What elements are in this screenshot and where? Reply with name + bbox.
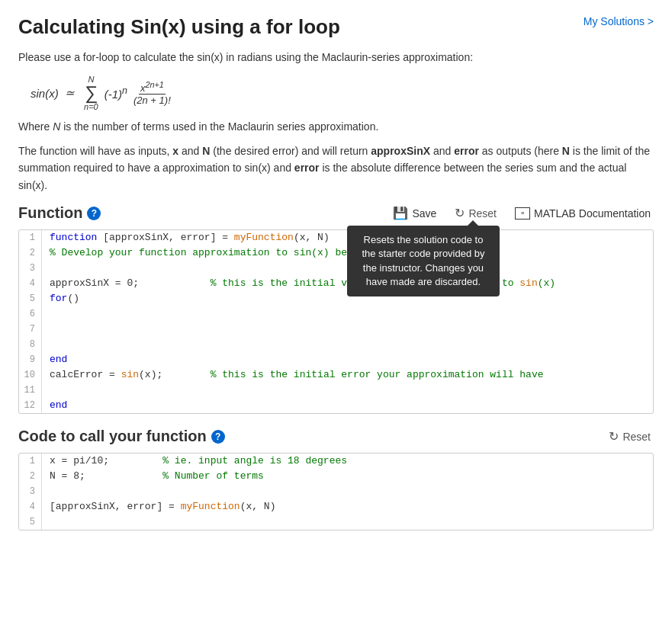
table-row: 1function [approxSinX, error] = myFuncti… (19, 230, 653, 245)
table-row: 6 (19, 306, 653, 322)
line-content (42, 484, 653, 499)
reset-tooltip: Resets the solution code to the starter … (347, 226, 500, 296)
reset-icon: ↻ (455, 206, 465, 220)
function-help-icon[interactable]: ? (87, 207, 101, 220)
table-row: 2N = 8; % Number of terms (19, 469, 653, 484)
formula-fraction: x2n+1 (2n + 1)! (132, 80, 172, 106)
line-content: end (42, 398, 653, 413)
call-reset-button[interactable]: ↻ Reset (606, 428, 654, 445)
table-row: 8 (19, 337, 653, 352)
line-content (42, 322, 653, 337)
call-title-text: Code to call your function (18, 428, 207, 445)
reset-button[interactable]: ↻ Reset (452, 204, 500, 222)
line-content: [approxSinX, error] = myFunction(x, N) (42, 499, 653, 514)
line-number: 1 (19, 454, 42, 469)
line-number: 9 (19, 352, 42, 367)
line-number: 5 (19, 514, 42, 530)
line-number: 3 (19, 261, 42, 276)
line-number: 4 (19, 499, 42, 514)
line-number: 7 (19, 322, 42, 337)
line-number: 3 (19, 484, 42, 499)
line-number: 4 (19, 276, 42, 291)
formula-approx: ≃ (62, 86, 78, 100)
table-row: 12end (19, 398, 653, 413)
intro-description: Please use a for-loop to calculate the s… (18, 50, 654, 66)
matlab-icon: ≡ (515, 207, 530, 220)
sigma-notation: N ∑ n=0 (84, 75, 98, 111)
save-icon: 💾 (393, 206, 408, 220)
table-row: 4[approxSinX, error] = myFunction(x, N) (19, 499, 653, 514)
line-number: 6 (19, 306, 42, 322)
reset-label: Reset (468, 207, 497, 220)
my-solutions-link[interactable]: My Solutions > (584, 15, 654, 27)
function-code-editor[interactable]: 1function [approxSinX, error] = myFuncti… (18, 229, 654, 414)
call-reset-label: Reset (622, 431, 651, 443)
line-content (42, 306, 653, 322)
function-toolbar: 💾 Save ↻ Reset Resets the solution code … (390, 204, 654, 222)
save-button[interactable]: 💾 Save (390, 204, 439, 222)
call-code-editor[interactable]: 1x = pi/10; % ie. input angle is 18 degr… (18, 453, 654, 530)
table-row: 10calcError = sin(x); % this is the init… (19, 367, 653, 383)
formula-sinx: sin(x) (31, 87, 59, 100)
line-content: N = 8; % Number of terms (42, 469, 653, 484)
formula-block: sin(x) ≃ N ∑ n=0 (-1)n x2n+1 (2n + 1)! (31, 75, 654, 111)
table-row: 5for() (19, 291, 653, 306)
page-title: Calculating Sin(x) using a for loop (18, 15, 340, 39)
call-help-icon[interactable]: ? (211, 430, 225, 444)
body-description: The function will have as inputs, x and … (18, 143, 654, 194)
reset-tooltip-container: ↻ Reset Resets the solution code to the … (452, 204, 500, 222)
call-reset-icon: ↻ (609, 429, 619, 444)
save-label: Save (412, 207, 436, 220)
table-row: 7 (19, 322, 653, 337)
where-text: Where N is the number of terms used in t… (18, 119, 654, 135)
line-content (42, 383, 653, 398)
table-row: 1x = pi/10; % ie. input angle is 18 degr… (19, 454, 653, 469)
line-number: 2 (19, 469, 42, 484)
table-row: 2% Develop your function approximation t… (19, 245, 653, 261)
line-number: 1 (19, 230, 42, 245)
call-section-header: Code to call your function ? ↻ Reset (18, 428, 654, 445)
table-row: 4approxSinX = 0; % this is the initial v… (19, 276, 653, 291)
line-number: 12 (19, 398, 42, 413)
line-number: 8 (19, 337, 42, 352)
line-number: 5 (19, 291, 42, 306)
function-section-header: Function ? 💾 Save ↻ Reset Resets the sol… (18, 204, 654, 222)
table-row: 3 (19, 484, 653, 499)
table-row: 3 (19, 261, 653, 276)
call-section-title: Code to call your function ? (18, 428, 225, 445)
line-content: end (42, 352, 653, 367)
function-section-title: Function ? (18, 204, 101, 222)
line-content: x = pi/10; % ie. input angle is 18 degre… (42, 454, 653, 469)
table-row: 5 (19, 514, 653, 530)
line-number: 10 (19, 367, 42, 383)
line-content (42, 337, 653, 352)
line-number: 2 (19, 245, 42, 261)
function-title-text: Function (18, 204, 82, 222)
formula-neg-one: (-1)n (104, 85, 127, 101)
table-row: 9end (19, 352, 653, 367)
matlab-label: MATLAB Documentation (534, 207, 651, 220)
page-header: Calculating Sin(x) using a for loop My S… (18, 15, 654, 39)
call-toolbar: ↻ Reset (606, 428, 654, 445)
line-content (42, 514, 653, 530)
table-row: 11 (19, 383, 653, 398)
line-content: calcError = sin(x); % this is the initia… (42, 367, 653, 383)
line-number: 11 (19, 383, 42, 398)
matlab-docs-button[interactable]: ≡ MATLAB Documentation (512, 206, 654, 221)
